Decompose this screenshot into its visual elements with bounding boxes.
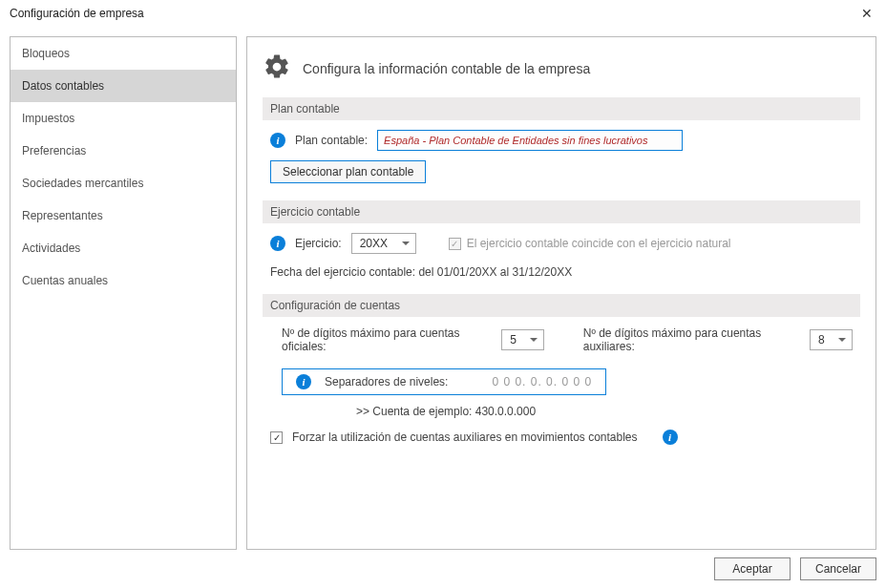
titlebar: Configuración de empresa ✕ [0, 0, 886, 27]
sidebar-item-bloqueos[interactable]: Bloqueos [11, 37, 236, 70]
gear-icon [263, 52, 291, 84]
page-title: Configura la información contable de la … [303, 61, 590, 76]
force-aux-row: ✓ Forzar la utilización de cuentas auxil… [263, 430, 860, 456]
content-panel: Configura la información contable de la … [246, 36, 876, 550]
dialog-footer: Aceptar Cancelar [714, 557, 876, 580]
sidebar-item-datos-contables[interactable]: Datos contables [11, 70, 236, 102]
ejercicio-select[interactable]: 20XX [351, 233, 416, 254]
sidebar-item-label: Actividades [22, 242, 80, 255]
content-header: Configura la información contable de la … [263, 52, 860, 84]
cancel-button[interactable]: Cancelar [800, 557, 876, 580]
sidebar-item-label: Preferencias [22, 144, 86, 158]
ejercicio-label: Ejercicio: [295, 237, 342, 250]
sidebar: Bloqueos Datos contables Impuestos Prefe… [10, 36, 237, 550]
sidebar-item-cuentas-anuales[interactable]: Cuentas anuales [11, 264, 236, 297]
sidebar-item-label: Cuentas anuales [22, 274, 108, 287]
info-icon[interactable]: i [663, 430, 678, 445]
force-aux-checkbox[interactable]: ✓ [270, 431, 283, 444]
ejercicio-value: 20XX [360, 237, 388, 250]
window-title: Configuración de empresa [10, 7, 144, 20]
ejercicio-coincide-checkbox: ✓ [449, 238, 461, 250]
oficiales-label: Nº de dígitos máximo para cuentas oficia… [282, 326, 494, 353]
section-cuentas-title: Configuración de cuentas [263, 294, 860, 317]
aux-value: 8 [818, 333, 825, 346]
oficiales-select[interactable]: 5 [501, 329, 544, 350]
info-icon[interactable]: i [270, 236, 285, 251]
example-account: >> Cuenta de ejemplo: 430.0.0.000 [356, 405, 536, 418]
sidebar-item-preferencias[interactable]: Preferencias [11, 135, 236, 167]
plan-input[interactable] [377, 130, 683, 151]
force-aux-label: Forzar la utilización de cuentas auxilia… [292, 430, 638, 444]
separadores-box: i Separadores de niveles: 0 0 0. 0. 0. 0… [282, 368, 606, 395]
sidebar-item-label: Bloqueos [22, 47, 70, 60]
aux-select[interactable]: 8 [810, 329, 853, 350]
sidebar-item-impuestos[interactable]: Impuestos [11, 102, 236, 135]
ejercicio-coincide-row: ✓ El ejercicio contable coincide con el … [449, 237, 731, 250]
sidebar-item-label: Impuestos [22, 112, 74, 125]
accept-button[interactable]: Aceptar [714, 557, 791, 580]
aux-label: Nº de dígitos máximo para cuentas auxili… [583, 326, 802, 353]
section-ejercicio-title: Ejercicio contable [263, 200, 860, 223]
cuentas-digits-row: Nº de dígitos máximo para cuentas oficia… [263, 326, 860, 368]
plan-label: Plan contable: [295, 134, 368, 147]
sidebar-item-label: Sociedades mercantiles [22, 177, 143, 190]
oficiales-value: 5 [510, 333, 517, 346]
sidebar-item-label: Datos contables [22, 79, 104, 93]
sidebar-item-sociedades-mercantiles[interactable]: Sociedades mercantiles [11, 167, 236, 200]
ejercicio-dates: Fecha del ejercicio contable: del 01/01/… [263, 265, 860, 288]
ejercicio-coincide-label: El ejercicio contable coincide con el ej… [467, 237, 731, 250]
sidebar-item-label: Representantes [22, 209, 103, 222]
separadores-sample[interactable]: 0 0 0. 0. 0. 0 0 0 [492, 375, 592, 388]
ejercicio-row: i Ejercicio: 20XX ✓ El ejercicio contabl… [263, 233, 860, 265]
plan-row: i Plan contable: Seleccionar plan contab… [263, 130, 860, 195]
separadores-row: i Separadores de niveles: 0 0 0. 0. 0. 0… [263, 368, 860, 430]
main-container: Bloqueos Datos contables Impuestos Prefe… [0, 27, 886, 550]
sidebar-item-actividades[interactable]: Actividades [11, 232, 236, 264]
sidebar-item-representantes[interactable]: Representantes [11, 200, 236, 232]
separadores-label: Separadores de niveles: [325, 375, 448, 388]
info-icon[interactable]: i [296, 374, 311, 389]
info-icon[interactable]: i [270, 133, 285, 148]
section-plan-title: Plan contable [263, 97, 860, 120]
close-icon[interactable]: ✕ [857, 6, 876, 21]
select-plan-button[interactable]: Seleccionar plan contable [270, 160, 426, 183]
